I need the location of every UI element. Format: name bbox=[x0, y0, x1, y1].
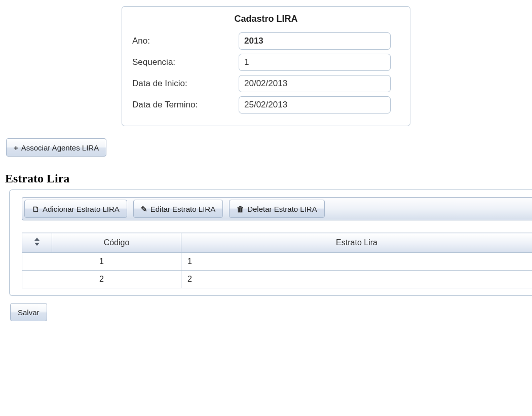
sort-icon bbox=[34, 237, 40, 246]
input-ano[interactable] bbox=[239, 32, 391, 50]
edit-estrato-button[interactable]: ✎ Editar Estrato LIRA bbox=[133, 200, 223, 218]
associate-agents-label: Associar Agentes LIRA bbox=[21, 143, 99, 152]
codigo-column-header[interactable]: Código bbox=[52, 233, 181, 253]
save-button[interactable]: Salvar bbox=[10, 303, 47, 321]
panel-title: Cadastro LIRA bbox=[132, 14, 400, 24]
estrato-column-header[interactable]: Estrato Lira bbox=[181, 233, 533, 253]
associate-row: + Associar Agentes LIRA bbox=[6, 138, 527, 157]
estrato-section: 🗋 Adicionar Estrato LIRA ✎ Editar Estrat… bbox=[9, 190, 532, 296]
edit-estrato-label: Editar Estrato LIRA bbox=[150, 205, 215, 213]
form-row-sequencia: Sequencia: bbox=[132, 54, 400, 71]
label-ano: Ano: bbox=[132, 36, 239, 46]
save-button-label: Salvar bbox=[18, 308, 40, 317]
delete-estrato-label: Deletar Estrato LIRA bbox=[247, 205, 317, 213]
cell-codigo: 2 bbox=[22, 271, 181, 288]
table-row[interactable]: 2 2 bbox=[22, 271, 533, 288]
input-data-termino[interactable] bbox=[239, 96, 391, 114]
form-row-data-inicio: Data de Inicio: bbox=[132, 75, 400, 92]
delete-estrato-button[interactable]: 🗑 Deletar Estrato LIRA bbox=[229, 200, 325, 218]
form-row-data-termino: Data de Termino: bbox=[132, 96, 400, 114]
label-sequencia: Sequencia: bbox=[132, 57, 239, 67]
save-row: Salvar bbox=[10, 303, 527, 321]
estrato-toolbar: 🗋 Adicionar Estrato LIRA ✎ Editar Estrat… bbox=[22, 197, 532, 220]
document-icon: 🗋 bbox=[32, 205, 40, 213]
section-heading: Estrato Lira bbox=[5, 172, 527, 185]
table-row[interactable]: 1 1 bbox=[22, 253, 533, 271]
input-sequencia[interactable] bbox=[239, 54, 391, 71]
form-row-ano: Ano: bbox=[132, 32, 400, 50]
label-data-termino: Data de Termino: bbox=[132, 100, 239, 110]
input-data-inicio[interactable] bbox=[239, 75, 391, 92]
estrato-table: Código Estrato Lira 1 1 2 2 bbox=[22, 233, 532, 288]
table-header-row: Código Estrato Lira bbox=[22, 233, 533, 253]
cadastro-lira-panel: Cadastro LIRA Ano: Sequencia: Data de In… bbox=[122, 6, 410, 126]
trash-icon: 🗑 bbox=[237, 205, 244, 213]
associate-agents-button[interactable]: + Associar Agentes LIRA bbox=[6, 138, 106, 157]
sort-column-header[interactable] bbox=[22, 233, 52, 253]
pencil-icon: ✎ bbox=[141, 205, 147, 213]
cell-codigo: 1 bbox=[22, 253, 181, 271]
label-data-inicio: Data de Inicio: bbox=[132, 79, 239, 89]
cell-estrato: 2 bbox=[181, 271, 533, 288]
plus-icon: + bbox=[14, 144, 18, 152]
cell-estrato: 1 bbox=[181, 253, 533, 271]
add-estrato-button[interactable]: 🗋 Adicionar Estrato LIRA bbox=[24, 200, 127, 218]
add-estrato-label: Adicionar Estrato LIRA bbox=[43, 205, 120, 213]
